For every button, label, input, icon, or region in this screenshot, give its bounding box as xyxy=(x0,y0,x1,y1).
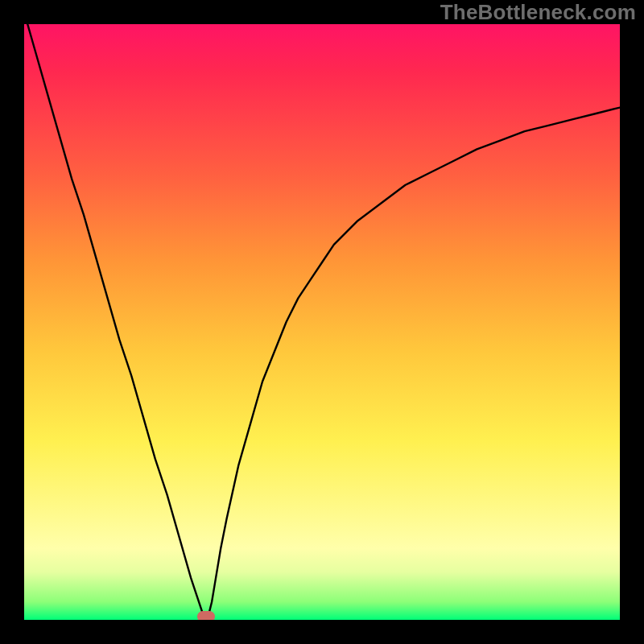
watermark-text: TheBottleneck.com xyxy=(440,0,636,25)
minimum-marker xyxy=(197,611,215,620)
plot-area xyxy=(24,24,620,620)
bottleneck-curve xyxy=(24,24,620,620)
chart-frame: TheBottleneck.com xyxy=(0,0,644,644)
curve-svg xyxy=(24,24,620,620)
